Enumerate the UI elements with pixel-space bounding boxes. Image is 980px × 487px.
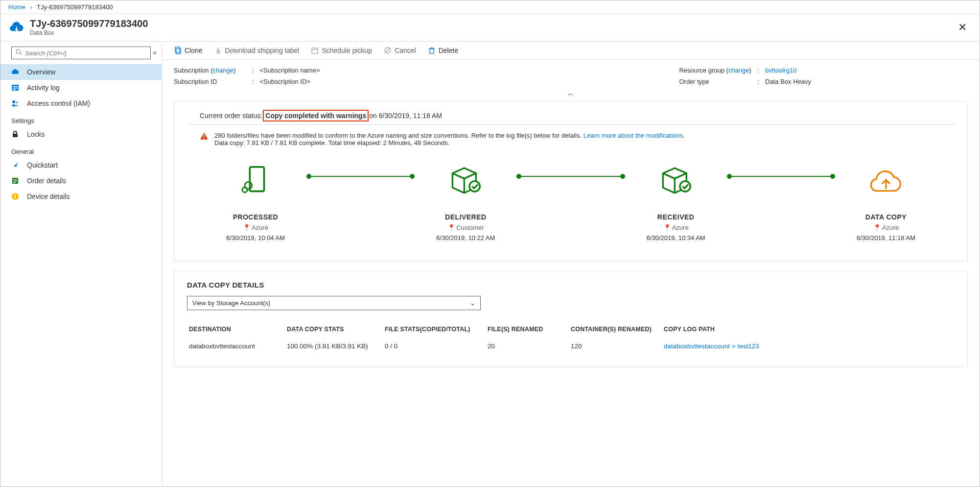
page-title: TJy-636975099779183400 xyxy=(30,18,148,29)
order-type-value: Data Box Heavy xyxy=(765,78,811,85)
change-resource-group-link[interactable]: change xyxy=(728,67,749,74)
properties: Subscription (change) : <Subscription na… xyxy=(162,60,980,88)
svg-point-6 xyxy=(12,100,15,103)
clone-button[interactable]: Clone xyxy=(174,47,203,54)
data-copy-details-panel: DATA COPY DETAILS View by Storage Accoun… xyxy=(174,270,968,367)
warning-text: 280 folders/files have been modified to … xyxy=(214,132,685,146)
sidebar-item-activity[interactable]: Activity log xyxy=(0,80,162,96)
step-received: RECEIVED 📍Azure 6/30/2019, 10:34 AM xyxy=(622,160,730,242)
calendar-icon xyxy=(311,47,319,54)
col-containers-renamed: CONTAINER(S) RENAMED) xyxy=(569,323,662,341)
sidebar-item-access[interactable]: Access control (IAM) xyxy=(0,96,162,111)
learn-more-link[interactable]: Learn more about the modifications. xyxy=(583,132,685,139)
subscription-id-label: Subscription ID xyxy=(174,78,252,85)
svg-rect-10 xyxy=(13,179,17,180)
cell-files-renamed: 20 xyxy=(486,341,569,352)
cell-destination: databoxbvttestaccount xyxy=(187,341,285,352)
svg-point-31 xyxy=(680,181,690,192)
cancel-icon xyxy=(384,47,392,54)
step-delivered: DELIVERED 📍Customer 6/30/2019, 10:22 AM xyxy=(412,160,519,242)
svg-rect-11 xyxy=(13,181,17,181)
flow-connector xyxy=(309,176,412,177)
search-icon xyxy=(16,49,22,57)
svg-rect-12 xyxy=(13,182,16,183)
subscription-label: Subscription (change) xyxy=(174,67,252,74)
sidebar-item-label: Locks xyxy=(27,130,45,138)
sidebar-item-label: Overview xyxy=(27,68,55,76)
chevron-down-icon: ⌄ xyxy=(470,299,475,307)
received-icon xyxy=(622,160,730,199)
svg-rect-3 xyxy=(13,86,18,87)
svg-point-7 xyxy=(16,101,18,103)
search-input-wrap[interactable] xyxy=(11,47,151,59)
copy-details-table: DESTINATION DATA COPY STATS FILE STATS(C… xyxy=(187,323,955,352)
svg-rect-14 xyxy=(15,195,16,197)
collapse-sidebar-icon[interactable]: « xyxy=(153,49,157,56)
sidebar-item-device-details[interactable]: Device details xyxy=(0,189,162,204)
view-by-select[interactable]: View by Storage Account(s) ⌄ xyxy=(187,296,481,310)
processed-icon xyxy=(202,160,309,199)
sidebar-item-label: Activity log xyxy=(27,84,60,92)
tool-label: Schedule pickup xyxy=(322,47,372,54)
svg-rect-15 xyxy=(15,198,16,199)
flow-connector xyxy=(519,176,622,177)
col-copy-log-path: COPY LOG PATH xyxy=(662,323,955,341)
device-details-icon xyxy=(11,193,21,200)
sidebar-item-quickstart[interactable]: Quickstart xyxy=(0,157,162,173)
schedule-pickup-button[interactable]: Schedule pickup xyxy=(311,47,372,54)
sidebar-item-locks[interactable]: Locks xyxy=(0,126,162,142)
overview-icon xyxy=(11,68,21,76)
svg-point-30 xyxy=(469,181,480,192)
sidebar-item-label: Order details xyxy=(27,177,66,185)
col-data-copy-stats: DATA COPY STATS xyxy=(285,323,383,341)
flow-connector xyxy=(730,176,832,177)
sidebar: « Overview Activity log Access contr xyxy=(0,42,162,487)
copy-log-link[interactable]: databoxbvttestaccount > test123 xyxy=(664,342,759,350)
download-shipping-label-button[interactable]: Download shipping label xyxy=(214,47,300,54)
delete-icon xyxy=(428,47,436,54)
resource-group-label: Resource group (change) xyxy=(679,67,757,74)
resource-group-value[interactable]: bvttoolrg10 xyxy=(765,67,796,74)
cancel-button[interactable]: Cancel xyxy=(384,47,416,54)
cell-file-stats: 0 / 0 xyxy=(383,341,486,352)
access-control-icon xyxy=(11,99,21,107)
breadcrumb-home[interactable]: Home xyxy=(8,3,25,11)
step-processed: PROCESSED 📍Azure 6/30/2019, 10:04 AM xyxy=(202,160,309,242)
collapse-properties-icon[interactable]: ︽ xyxy=(162,88,980,101)
select-value: View by Storage Account(s) xyxy=(192,299,270,307)
location-pin-icon: 📍 xyxy=(873,224,881,231)
cell-log-path: databoxbvttestaccount > test123 xyxy=(662,341,955,352)
panel-title: DATA COPY DETAILS xyxy=(187,281,955,289)
sidebar-item-label: Device details xyxy=(27,193,70,200)
sidebar-group-general: General xyxy=(0,142,162,157)
data-copy-icon xyxy=(832,160,940,199)
cell-containers-renamed: 120 xyxy=(569,341,662,352)
toolbar: Clone Download shipping label Schedule p… xyxy=(162,42,980,60)
warning-icon xyxy=(200,132,209,146)
close-icon[interactable]: ✕ xyxy=(953,19,972,36)
delete-button[interactable]: Delete xyxy=(428,47,458,54)
sidebar-item-order-details[interactable]: Order details xyxy=(0,173,162,189)
change-subscription-link[interactable]: change xyxy=(213,67,234,74)
activity-log-icon xyxy=(11,84,21,92)
blade-header: TJy-636975099779183400 Data Box ✕ xyxy=(0,14,980,42)
breadcrumb-current: TJy-636975099779183400 xyxy=(37,3,113,11)
location-pin-icon: 📍 xyxy=(447,224,455,231)
col-file-stats: FILE STATS(COPIED/TOTAL) xyxy=(383,323,486,341)
svg-line-21 xyxy=(386,49,390,52)
search-input[interactable] xyxy=(25,49,146,57)
svg-point-29 xyxy=(242,187,247,192)
location-pin-icon: 📍 xyxy=(663,224,671,231)
col-files-renamed: FILE(S) RENAMED xyxy=(486,323,569,341)
svg-rect-25 xyxy=(204,135,205,138)
step-data-copy: DATA COPY 📍Azure 6/30/2019, 11:18 AM xyxy=(832,160,940,242)
svg-rect-18 xyxy=(312,48,318,53)
sidebar-item-label: Quickstart xyxy=(27,161,58,169)
svg-rect-4 xyxy=(13,88,18,89)
subscription-id-value: <Subscription ID> xyxy=(260,78,310,85)
svg-rect-8 xyxy=(13,134,18,137)
clone-icon xyxy=(174,47,182,54)
breadcrumb: Home › TJy-636975099779183400 xyxy=(0,0,980,14)
sidebar-item-overview[interactable]: Overview xyxy=(0,64,162,80)
svg-rect-22 xyxy=(430,49,434,53)
